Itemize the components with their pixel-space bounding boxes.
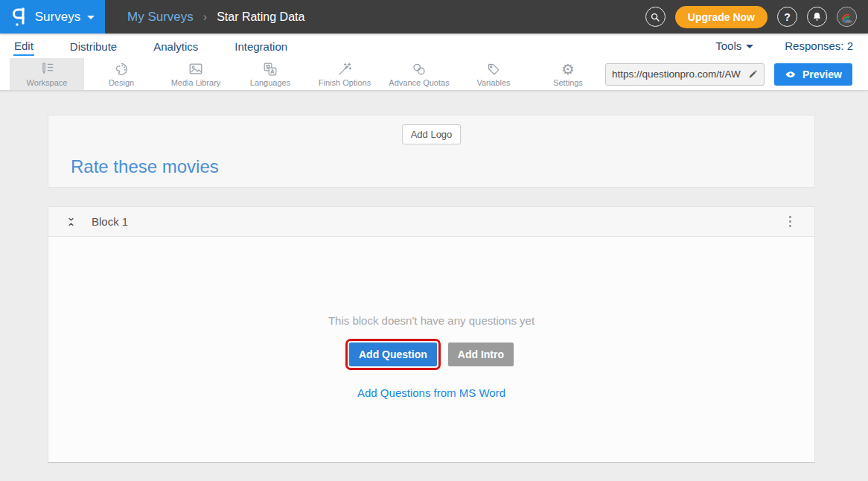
variables-icon: [485, 61, 502, 77]
finish-options-icon: [336, 61, 353, 77]
workspace-icon: [39, 61, 55, 77]
chevron-down-icon: [87, 16, 95, 19]
questionpro-app: Surveys My Surveys › Star Rating Data Up…: [0, 0, 868, 463]
tab-integration[interactable]: Integration: [234, 36, 288, 55]
toolbar-item-label: Languages: [250, 78, 290, 87]
toolbar-item-settings[interactable]: ⚙ Settings: [531, 58, 605, 90]
empty-block-message: This block doesn't have any questions ye…: [328, 314, 534, 327]
toolbar-item-finish-options[interactable]: Finish Options: [307, 58, 382, 90]
toolbar-right: Preview: [605, 58, 868, 90]
search-button[interactable]: [645, 7, 666, 27]
collapse-icon: [66, 216, 76, 228]
tab-analytics[interactable]: Analytics: [153, 36, 199, 55]
search-icon: [650, 12, 660, 22]
breadcrumb-current-survey: Star Rating Data: [217, 10, 304, 24]
toolbar-item-label: Advance Quotas: [389, 78, 449, 87]
block-action-buttons: Add Question Add Intro: [349, 343, 514, 366]
breadcrumb: My Surveys › Star Rating Data: [127, 10, 304, 25]
bell-icon: [811, 11, 823, 22]
block-options-kebab-button[interactable]: [786, 213, 794, 230]
toolbar-item-variables[interactable]: Variables: [456, 58, 531, 90]
breadcrumb-my-surveys[interactable]: My Surveys: [127, 10, 194, 25]
add-logo-button[interactable]: Add Logo: [402, 124, 462, 144]
question-mark-icon: ?: [784, 11, 791, 23]
settings-icon: ⚙: [561, 61, 575, 77]
tools-dropdown[interactable]: Tools: [715, 39, 753, 52]
languages-icon: [262, 61, 278, 77]
edit-url-pencil-icon[interactable]: [747, 69, 758, 80]
toolbar-item-workspace[interactable]: Workspace: [10, 58, 84, 90]
preview-button[interactable]: Preview: [774, 63, 852, 86]
breadcrumb-separator: ›: [203, 10, 207, 24]
product-name: Surveys: [35, 10, 80, 25]
block-body: This block doesn't have any questions ye…: [48, 237, 814, 462]
responses-count-link[interactable]: Responses: 2: [785, 39, 853, 52]
design-icon: [113, 61, 130, 77]
user-avatar[interactable]: [837, 7, 857, 27]
help-button[interactable]: ?: [777, 7, 797, 27]
add-intro-button[interactable]: Add Intro: [448, 343, 514, 366]
toolbar-item-label: Variables: [476, 78, 510, 87]
toolbar-item-media-library[interactable]: Media Library: [159, 58, 233, 90]
toolbar-item-label: Settings: [553, 78, 583, 87]
survey-editor-canvas: Add Logo Rate these movies Block 1: [0, 91, 868, 463]
top-header: Surveys My Surveys › Star Rating Data Up…: [0, 0, 868, 34]
toolbar-item-label: Workspace: [27, 78, 68, 87]
eye-icon: [785, 69, 797, 80]
survey-title[interactable]: Rate these movies: [71, 156, 219, 177]
chevron-down-icon: [746, 45, 753, 48]
block-card: Block 1 This block doesn't have any ques…: [48, 206, 815, 463]
block-header: Block 1: [48, 207, 814, 237]
survey-header-card: Add Logo Rate these movies: [48, 115, 815, 188]
survey-url-input[interactable]: [612, 69, 747, 80]
toolbar-item-label: Finish Options: [319, 78, 371, 87]
upgrade-now-button[interactable]: Upgrade Now: [675, 6, 768, 28]
media-library-icon: [188, 61, 204, 77]
survey-subnav: Edit Distribute Analytics Integration To…: [0, 34, 868, 58]
toolbar-item-label: Media Library: [171, 78, 221, 87]
toolbar-item-design[interactable]: Design: [84, 58, 159, 90]
toolbar-item-languages[interactable]: Languages: [233, 58, 307, 90]
surveys-product-menu[interactable]: Surveys: [0, 0, 105, 34]
header-actions: Upgrade Now ?: [645, 6, 868, 28]
toolbar-item-label: Design: [109, 78, 134, 87]
tab-edit[interactable]: Edit: [13, 36, 34, 56]
toolbar-item-advance-quotas[interactable]: Advance Quotas: [382, 58, 456, 90]
block-name[interactable]: Block 1: [92, 215, 128, 228]
subnav-right: Tools Responses: 2: [715, 39, 855, 52]
tools-label: Tools: [715, 39, 741, 52]
editor-toolbar: Workspace Design: [0, 58, 868, 91]
notifications-button[interactable]: [807, 7, 827, 27]
preview-label: Preview: [802, 69, 842, 80]
avatar-logo-icon: [837, 7, 857, 27]
questionpro-logo-icon: [10, 7, 28, 28]
add-question-button[interactable]: Add Question: [349, 343, 437, 366]
advance-quotas-icon: [411, 61, 427, 77]
tab-distribute[interactable]: Distribute: [69, 36, 118, 55]
survey-url-box: [605, 63, 765, 86]
add-questions-from-ms-word-link[interactable]: Add Questions from MS Word: [357, 386, 505, 399]
collapse-block-button[interactable]: [66, 216, 76, 228]
